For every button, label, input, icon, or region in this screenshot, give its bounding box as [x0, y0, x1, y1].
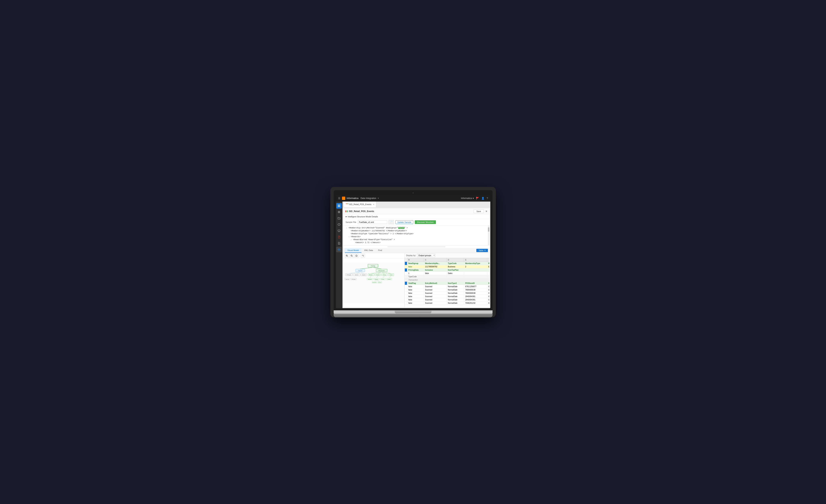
- svg-rect-5: [339, 206, 340, 207]
- update-sample-button[interactable]: Update Sample: [396, 220, 413, 224]
- model-details-section: ▶ Intelligent Structure Model Details: [343, 214, 489, 219]
- scroll-indicator: [343, 246, 489, 248]
- cell-scanned-r2: Scanned: [424, 288, 447, 292]
- brand-logo: [342, 197, 345, 200]
- tab-isd[interactable]: ISD_Retail_POS_Events ✕: [344, 201, 376, 207]
- model-details-label: Intelligent Structure Model Details: [348, 215, 378, 218]
- sidebar-item-home[interactable]: [336, 203, 342, 208]
- svg-point-10: [338, 249, 339, 250]
- row-indicator-2: [405, 268, 407, 271]
- cell-gt-r3: GT...: [487, 292, 489, 295]
- xml-highlight-false: false: [398, 227, 404, 229]
- tab-close-icon[interactable]: ✕: [373, 203, 374, 205]
- sample-file-row: Sample File 📄 Update Sample Discover Str…: [343, 219, 489, 226]
- svg-rect-2: [338, 205, 339, 206]
- user-icon[interactable]: 👤: [481, 197, 484, 200]
- svg-text:GoodsN: GoodsN: [388, 279, 391, 280]
- svg-text:POSLights: POSLights: [352, 279, 356, 280]
- tab-find[interactable]: Find: [375, 248, 385, 253]
- display-by-select-wrapper[interactable]: Output groups Input groups All ▾: [417, 254, 435, 257]
- sidebar-item-explore[interactable]: [336, 209, 342, 215]
- reset-view-button[interactable]: [361, 254, 365, 258]
- xml-preview-container: - <Membership EntryMethod="Scanned" NewS…: [343, 226, 489, 246]
- cell-empty5: [424, 275, 447, 278]
- visual-diagram: POSSig Transact Membership: [343, 259, 404, 307]
- svg-rect-8: [338, 230, 340, 231]
- panel-close-button[interactable]: ✕: [485, 210, 487, 213]
- cell-normalsale-r3: NormalSale: [447, 292, 464, 295]
- cell-normalsale-r4: NormalSale: [447, 295, 464, 298]
- table-row: false Scanned NormalSale 2840004381 GT..…: [405, 295, 489, 298]
- cell-gt: GT...: [487, 281, 489, 285]
- cell-gt-r5: GT...: [487, 298, 489, 301]
- visual-canvas[interactable]: POSSig Transact Membership: [343, 259, 404, 307]
- xml-line-1: - <Membership EntryMethod="Scanned" NewS…: [346, 227, 486, 230]
- tab-visual-model[interactable]: Visual Model: [345, 248, 362, 253]
- inner-panel: ISD_Retail_POS_Events Save ✕ ▶ Intel: [343, 208, 489, 307]
- sidebar-item-doc2[interactable]: [336, 241, 342, 246]
- scroll-hint-bar: [387, 246, 446, 247]
- zoom-out-button[interactable]: [350, 254, 354, 258]
- xml-line-2: <MembershipNumber> 111795599792 </Member…: [346, 230, 486, 233]
- sidebar-item-data[interactable]: [336, 222, 342, 227]
- table-button[interactable]: Table ✕: [476, 249, 488, 252]
- cell-pos-r1: 67811256877: [464, 285, 487, 288]
- sidebar-item-doc1[interactable]: [336, 234, 342, 240]
- display-by-label: Display by:: [406, 254, 416, 256]
- flag-icon[interactable]: 🚩: [476, 197, 479, 200]
- display-by-select[interactable]: Output groups Input groups All: [417, 254, 435, 257]
- cell-false-r1: false: [407, 285, 424, 288]
- discover-structure-button[interactable]: Discover Structure: [415, 220, 436, 224]
- product-dropdown-icon[interactable]: ▾: [378, 197, 379, 199]
- cell-pos-r3: 7800000038: [464, 292, 487, 295]
- model-details-header[interactable]: ▶ Intelligent Structure Model Details: [346, 215, 487, 218]
- row-indicator: [405, 262, 407, 265]
- tab-icon: [346, 203, 348, 205]
- laptop-bottom: [334, 310, 492, 314]
- cell-pos-r6: 7046201232: [464, 301, 487, 305]
- svg-text:POSSig: POSSig: [371, 265, 375, 267]
- left-sidebar: [336, 201, 343, 308]
- hamburger-icon[interactable]: ☰: [338, 197, 341, 200]
- col-B: B: [407, 258, 424, 262]
- cell-typecode-header: TypeCode: [447, 262, 464, 265]
- cell-sales: Sales: [447, 271, 464, 275]
- table-close-icon[interactable]: ✕: [484, 249, 486, 251]
- cell-scanned-r3: Scanned: [424, 292, 447, 295]
- fit-view-button[interactable]: [354, 254, 358, 258]
- svg-line-13: [347, 256, 348, 257]
- table-row: TypeCode: [405, 275, 489, 278]
- cell-gt-r4: GT...: [487, 295, 489, 298]
- tab-bar: ISD_Retail_POS_Events ✕: [343, 201, 490, 207]
- col-D: D: [447, 258, 464, 262]
- svg-text:Pricing: Pricing: [383, 274, 386, 275]
- table-row: false Scanned NormalSale 7046201232 GT..…: [405, 301, 489, 305]
- org-selector[interactable]: Informatica ▾: [461, 197, 474, 199]
- cell-gt-r2: GT...: [487, 288, 489, 292]
- sidebar-item-folder[interactable]: [336, 215, 342, 221]
- xml-scrollbar[interactable]: [488, 226, 489, 246]
- collapse-arrow-icon: ▶: [346, 215, 347, 217]
- table-row: Transaction: [405, 278, 489, 281]
- cell-scanned-r1: Scanned: [424, 285, 447, 288]
- file-browse-button[interactable]: 📄: [389, 220, 394, 224]
- data-grid[interactable]: B C D E: [405, 258, 489, 307]
- sample-file-input[interactable]: [358, 220, 387, 224]
- svg-text:RewardPlan: RewardPlan: [372, 282, 376, 283]
- zoom-in-button[interactable]: [345, 254, 349, 258]
- save-button[interactable]: Save: [474, 209, 484, 213]
- cell-empty6: [447, 275, 464, 278]
- laptop-stand: [395, 311, 431, 313]
- cell-empty7: [464, 275, 487, 278]
- cell-empty2: [487, 268, 489, 271]
- sidebar-item-monitor[interactable]: [336, 228, 342, 234]
- cell-business: Business: [447, 265, 464, 268]
- sidebar-item-chart[interactable]: [336, 247, 342, 252]
- svg-text:SpaceN: SpaceN: [362, 274, 365, 275]
- tab-xml-data[interactable]: XML Data: [361, 248, 375, 253]
- svg-rect-3: [339, 205, 340, 206]
- cell-false-r5: false: [407, 298, 424, 301]
- table-row: VoidFlag EntryMethod1 ItemType1 POSItemI…: [405, 281, 489, 285]
- help-icon[interactable]: ?: [487, 197, 488, 200]
- col-letter-row: B C D E: [405, 258, 489, 262]
